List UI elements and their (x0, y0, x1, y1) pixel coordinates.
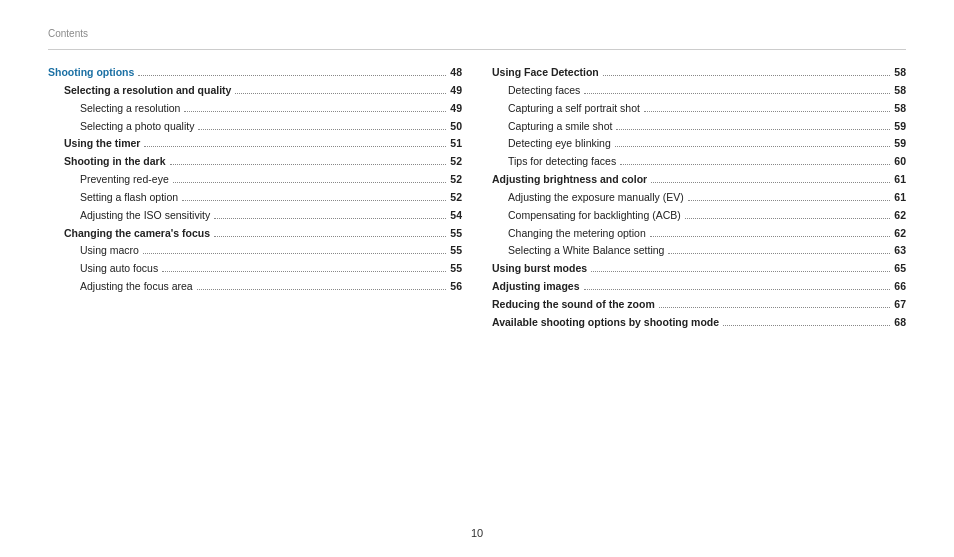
toc-page-num: 62 (894, 225, 906, 243)
divider (48, 49, 906, 50)
toc-dots (214, 236, 446, 237)
toc-page-num: 54 (450, 207, 462, 225)
toc-entry: Using macro55 (48, 242, 462, 260)
toc-title: Available shooting options by shooting m… (492, 314, 719, 332)
toc-dots (162, 271, 446, 272)
toc-page-num: 52 (450, 153, 462, 171)
toc-entry: Adjusting images66 (492, 278, 906, 296)
toc-title: Capturing a self portrait shot (508, 100, 640, 118)
toc-page-num: 61 (894, 189, 906, 207)
toc-entry: Capturing a smile shot59 (492, 118, 906, 136)
toc-page-num: 55 (450, 242, 462, 260)
toc-dots (685, 218, 891, 219)
toc-title: Using auto focus (80, 260, 158, 278)
toc-dots (603, 75, 891, 76)
toc-dots (659, 307, 891, 308)
toc-entry: Changing the metering option62 (492, 225, 906, 243)
toc-title: Selecting a resolution and quality (64, 82, 231, 100)
toc-dots (235, 93, 446, 94)
toc-title: Selecting a resolution (80, 100, 180, 118)
toc-page-num: 49 (450, 100, 462, 118)
toc-title: Adjusting the focus area (80, 278, 193, 296)
toc-dots (644, 111, 890, 112)
toc-page-num: 61 (894, 171, 906, 189)
toc-entry: Selecting a resolution49 (48, 100, 462, 118)
header-label: Contents (48, 28, 906, 39)
page-number: 10 (471, 527, 483, 539)
toc-entry: Using Face Detection58 (492, 64, 906, 82)
toc-entry: Selecting a photo quality50 (48, 118, 462, 136)
toc-dots (591, 271, 890, 272)
toc-title: Tips for detecting faces (508, 153, 616, 171)
toc-entry: Selecting a resolution and quality49 (48, 82, 462, 100)
toc-title: Selecting a photo quality (80, 118, 194, 136)
toc-title: Changing the camera's focus (64, 225, 210, 243)
toc-entry: Compensating for backlighting (ACB)62 (492, 207, 906, 225)
toc-entry: Preventing red-eye52 (48, 171, 462, 189)
toc-dots (616, 129, 890, 130)
toc-entry: Tips for detecting faces60 (492, 153, 906, 171)
toc-page-num: 55 (450, 260, 462, 278)
toc-title: Reducing the sound of the zoom (492, 296, 655, 314)
toc-entry: Using auto focus55 (48, 260, 462, 278)
toc-entry: Shooting in the dark52 (48, 153, 462, 171)
toc-dots (173, 182, 447, 183)
toc-title: Using Face Detection (492, 64, 599, 82)
toc-page-num: 58 (894, 64, 906, 82)
toc-entry: Adjusting the focus area56 (48, 278, 462, 296)
toc-page-num: 59 (894, 118, 906, 136)
toc-dots (197, 289, 447, 290)
toc-title: Detecting faces (508, 82, 580, 100)
toc-dots (584, 289, 891, 290)
toc-title: Adjusting the ISO sensitivity (80, 207, 210, 225)
toc-dots (723, 325, 890, 326)
toc-page-num: 48 (450, 64, 462, 82)
toc-title: Shooting in the dark (64, 153, 166, 171)
toc-dots (651, 182, 890, 183)
toc-page-num: 67 (894, 296, 906, 314)
toc-title: Adjusting images (492, 278, 580, 296)
toc-dots (198, 129, 446, 130)
toc-page-num: 58 (894, 82, 906, 100)
toc-title: Compensating for backlighting (ACB) (508, 207, 681, 225)
toc-dots (214, 218, 446, 219)
toc-title: Shooting options (48, 64, 134, 82)
toc-entry: Shooting options48 (48, 64, 462, 82)
toc-dots (170, 164, 447, 165)
toc-page-num: 52 (450, 171, 462, 189)
toc-title: Changing the metering option (508, 225, 646, 243)
toc-dots (143, 253, 446, 254)
toc-dots (184, 111, 446, 112)
toc-entry: Adjusting brightness and color61 (492, 171, 906, 189)
toc-entry: Changing the camera's focus55 (48, 225, 462, 243)
toc-entry: Using the timer51 (48, 135, 462, 153)
toc-entry: Detecting eye blinking59 (492, 135, 906, 153)
toc-dots (688, 200, 891, 201)
toc-dots (138, 75, 446, 76)
toc-page-num: 50 (450, 118, 462, 136)
toc-page-num: 49 (450, 82, 462, 100)
toc-title: Detecting eye blinking (508, 135, 611, 153)
toc-dots (668, 253, 890, 254)
toc-title: Using burst modes (492, 260, 587, 278)
toc-dots (584, 93, 890, 94)
toc-page-num: 59 (894, 135, 906, 153)
toc-dots (620, 164, 890, 165)
toc-title: Preventing red-eye (80, 171, 169, 189)
columns: Shooting options48Selecting a resolution… (48, 64, 906, 332)
toc-entry: Adjusting the exposure manually (EV)61 (492, 189, 906, 207)
toc-title: Selecting a White Balance setting (508, 242, 664, 260)
left-column: Shooting options48Selecting a resolution… (48, 64, 462, 332)
toc-entry: Using burst modes65 (492, 260, 906, 278)
toc-title: Using the timer (64, 135, 140, 153)
toc-page-num: 52 (450, 189, 462, 207)
toc-entry: Detecting faces58 (492, 82, 906, 100)
page-wrapper: Contents Shooting options48Selecting a r… (0, 0, 954, 557)
toc-page-num: 65 (894, 260, 906, 278)
right-column: Using Face Detection58Detecting faces58C… (492, 64, 906, 332)
toc-dots (182, 200, 446, 201)
toc-entry: Reducing the sound of the zoom67 (492, 296, 906, 314)
toc-title: Using macro (80, 242, 139, 260)
toc-page-num: 51 (450, 135, 462, 153)
toc-entry: Capturing a self portrait shot58 (492, 100, 906, 118)
